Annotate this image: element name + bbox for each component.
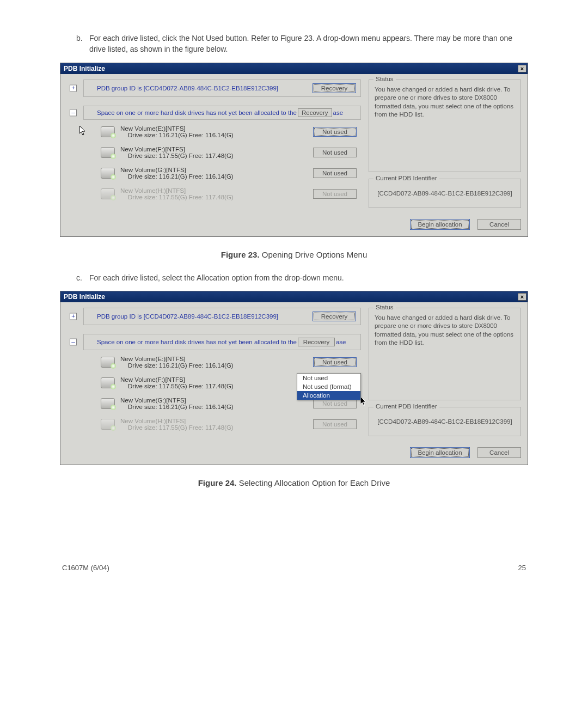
identifier-groupbox: Current PDB Identifier [CCD4D072-AB89-48…	[369, 179, 521, 208]
drive-row: New Volume(H:)[NTFS] Drive size: 117.55(…	[99, 416, 361, 433]
drive-icon	[101, 147, 115, 158]
recovery-button[interactable]: Recovery	[313, 312, 356, 321]
titlebar: PDB Initialize ×	[60, 291, 528, 302]
not-used-button: Not used	[313, 189, 357, 199]
begin-allocation-button[interactable]: Begin allocation	[410, 447, 470, 458]
titlebar: PDB Initialize ×	[60, 63, 528, 74]
status-text: You have changed or added a hard disk dr…	[375, 86, 515, 119]
identifier-legend: Current PDB Identifier	[373, 403, 439, 410]
recovery-button[interactable]: Recovery	[313, 83, 356, 93]
cancel-button[interactable]: Cancel	[477, 219, 521, 230]
menu-option-allocation[interactable]: Allocation	[297, 391, 360, 400]
menu-option-not-used[interactable]: Not used	[297, 374, 360, 382]
drive-icon	[101, 357, 115, 368]
drive-icon	[101, 188, 115, 199]
status-groupbox: Status You have changed or added a hard …	[369, 80, 521, 172]
not-used-button[interactable]: Not used	[313, 357, 357, 367]
drive-icon	[101, 168, 115, 179]
drive-row: New Volume(G:)[NTFS] Drive size: 116.21(…	[99, 164, 361, 182]
window-title: PDB Initialize	[64, 293, 105, 301]
drive-title: New Volume(H:)[NTFS]	[120, 418, 308, 424]
figure-caption: Figure 23. Opening Drive Options Menu	[60, 250, 528, 259]
drive-row: New Volume(E:)[NTFS] Drive size: 116.21(…	[99, 123, 361, 141]
drive-options-menu[interactable]: Not used Not used (format) Allocation	[297, 373, 361, 400]
status-legend: Status	[373, 304, 396, 310]
cursor-icon	[360, 396, 369, 407]
space-row: – Space on one or more hard disk drives …	[83, 334, 361, 350]
instruction-c: c. For each drive listed, select the All…	[60, 272, 528, 283]
cancel-button[interactable]: Cancel	[477, 447, 521, 458]
status-text: You have changed or added a hard disk dr…	[375, 314, 515, 347]
drive-title: New Volume(G:)[NTFS]	[120, 167, 308, 173]
not-used-button[interactable]: Not used	[313, 168, 357, 178]
drive-icon	[101, 419, 115, 430]
begin-allocation-button[interactable]: Begin allocation	[410, 219, 470, 230]
status-legend: Status	[373, 76, 396, 82]
pdb-group-row: + PDB group ID is [CCD4D072-AB89-484C-B1…	[83, 308, 361, 325]
drive-sub: Drive size: 117.55(G) Free: 117.48(G)	[120, 383, 304, 389]
drive-title: New Volume(F:)[NTFS]	[120, 146, 308, 152]
drive-sub: Drive size: 116.21(G) Free: 116.14(G)	[120, 362, 308, 369]
collapse-icon[interactable]: –	[70, 338, 77, 345]
instruction-text: For each drive listed, click the Not Use…	[89, 33, 528, 55]
drive-title: New Volume(E:)[NTFS]	[120, 125, 308, 132]
figure-24: PDB Initialize × + PDB group ID is [CCD4…	[60, 291, 528, 487]
not-used-button: Not used	[313, 419, 357, 429]
status-groupbox: Status You have changed or added a hard …	[369, 308, 521, 400]
figure-label: Figure 24.	[198, 478, 237, 487]
drive-title: New Volume(G:)[NTFS]	[120, 397, 308, 404]
drive-sub: Drive size: 116.21(G) Free: 116.14(G)	[120, 132, 308, 138]
close-icon[interactable]: ×	[518, 293, 526, 301]
footer-right: 25	[518, 564, 526, 572]
not-used-button[interactable]: Not used	[313, 127, 357, 137]
instruction-b: b. For each drive listed, click the Not …	[60, 33, 528, 55]
recovery-button-2[interactable]: Recovery	[298, 108, 332, 117]
drive-sub: Drive size: 117.55(G) Free: 117.48(G)	[120, 152, 308, 159]
drive-title: New Volume(E:)[NTFS]	[120, 356, 308, 362]
space-row: – Space on one or more hard disk drives …	[83, 106, 361, 120]
identifier-groupbox: Current PDB Identifier [CCD4D072-AB89-48…	[369, 407, 521, 436]
pdb-group-id: PDB group ID is [CCD4D072-AB89-484C-B1C2…	[97, 313, 278, 320]
menu-option-not-used-format[interactable]: Not used (format)	[297, 382, 360, 391]
not-used-button[interactable]: Not used	[313, 148, 357, 157]
expand-icon[interactable]: +	[70, 313, 77, 320]
instruction-letter: c.	[60, 272, 89, 283]
drive-row: New Volume(E:)[NTFS] Drive size: 116.21(…	[99, 353, 361, 371]
space-text: Space on one or more hard disk drives ha…	[97, 339, 297, 345]
pdb-initialize-window: PDB Initialize × + PDB group ID is [CCD4…	[60, 291, 528, 465]
identifier-value: [CCD4D072-AB89-484C-B1C2-EB18E912C399]	[375, 190, 515, 197]
instruction-text: For each drive listed, select the Alloca…	[89, 272, 528, 283]
drive-title: New Volume(F:)[NTFS]	[120, 376, 304, 383]
pdb-initialize-window: PDB Initialize × + PDB group ID is [CCD4…	[60, 63, 528, 237]
drive-icon	[101, 398, 115, 409]
window-title: PDB Initialize	[64, 65, 105, 72]
figure-text: Selecting Allocation Option for Each Dri…	[239, 478, 390, 487]
page-footer: C1607M (6/04) 25	[60, 564, 528, 572]
identifier-value: [CCD4D072-AB89-484C-B1C2-EB18E912C399]	[375, 418, 515, 425]
figure-text: Opening Drive Options Menu	[262, 250, 367, 259]
figure-23: PDB Initialize × + PDB group ID is [CCD4…	[60, 63, 528, 259]
drive-sub: Drive size: 116.21(G) Free: 116.14(G)	[120, 173, 308, 180]
footer-left: C1607M (6/04)	[62, 564, 109, 572]
pdb-group-row: + PDB group ID is [CCD4D072-AB89-484C-B1…	[83, 80, 361, 97]
recovery-button-2[interactable]: Recovery	[298, 338, 335, 346]
drive-row: New Volume(F:)[NTFS] Drive size: 117.55(…	[99, 144, 361, 161]
identifier-legend: Current PDB Identifier	[373, 175, 439, 181]
collapse-icon[interactable]: –	[70, 109, 77, 116]
drive-icon	[101, 377, 115, 388]
expand-icon[interactable]: +	[70, 84, 77, 91]
drive-icon	[101, 126, 115, 137]
drive-row: New Volume(H:)[NTFS] Drive size: 117.55(…	[99, 185, 361, 203]
drive-sub: Drive size: 117.55(G) Free: 117.48(G)	[120, 194, 308, 200]
drive-sub: Drive size: 117.55(G) Free: 117.48(G)	[120, 424, 308, 431]
figure-label: Figure 23.	[221, 250, 260, 259]
instruction-letter: b.	[60, 33, 89, 55]
cursor-icon	[79, 125, 88, 136]
space-text-suffix: ase	[333, 109, 344, 116]
drive-sub: Drive size: 116.21(G) Free: 116.14(G)	[120, 404, 308, 410]
close-icon[interactable]: ×	[518, 65, 526, 72]
pdb-group-id: PDB group ID is [CCD4D072-AB89-484C-B1C2…	[97, 85, 278, 91]
space-text: Space on one or more hard disk drives ha…	[97, 109, 297, 116]
space-text-suffix: ase	[336, 339, 346, 345]
figure-caption: Figure 24. Selecting Allocation Option f…	[60, 478, 528, 487]
